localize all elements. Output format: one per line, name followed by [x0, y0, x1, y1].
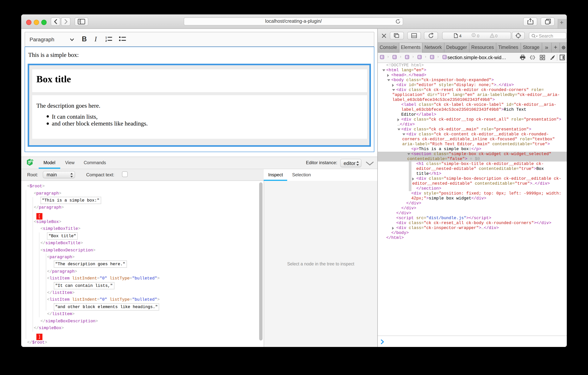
svg-text:0: 0 [495, 33, 497, 38]
svg-text:2: 2 [105, 39, 107, 42]
svg-text:5: 5 [32, 159, 32, 162]
svg-text:1: 1 [105, 36, 107, 39]
svg-text:0: 0 [477, 33, 479, 38]
svg-text:4: 4 [459, 33, 462, 38]
